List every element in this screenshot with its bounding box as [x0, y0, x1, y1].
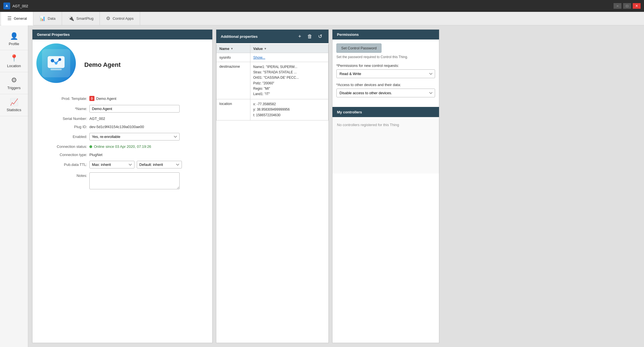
app-icon: A [3, 3, 10, 9]
sysinfo-link[interactable]: Show... [253, 55, 265, 60]
permissions-title: Permissions [337, 32, 359, 37]
refresh-properties-button[interactable]: ↺ [316, 32, 324, 40]
delete-property-button[interactable]: 🗑 [306, 32, 314, 40]
location-icon: 📍 [10, 54, 18, 62]
ttl-default-select[interactable]: Default: inherit Default: 1d Default: 7d [137, 161, 182, 168]
set-password-hint: Set the password required to Control thi… [336, 55, 435, 59]
access-select-wrap: Disable access to other devices. Enable … [336, 89, 435, 97]
enabled-row: Enabled: Yes, re-enrollable No Yes, not … [36, 133, 208, 140]
tab-smartplug[interactable]: 🔌 SmartPlug [62, 12, 100, 25]
controlapps-tab-label: Control Apps [113, 16, 133, 21]
ttl-max-select[interactable]: Max: inherit Max: 1d Max: 7d [89, 161, 134, 168]
new-control-select-wrap: Read & Write Read Only No Access [336, 69, 435, 78]
connection-type-label: Connection type: [36, 153, 87, 157]
tab-general[interactable]: ☰ General [1, 12, 33, 25]
pub-data-ttl-row: Pub.data TTL: Max: inherit Max: 1d Max: … [36, 161, 208, 168]
profile-icon: 👤 [10, 32, 18, 40]
my-controllers-header: My controllers [332, 107, 439, 117]
sidebar-triggers-label: Triggers [7, 86, 21, 90]
connection-status-value: Online since 03 Apr 2020, 07:19:26 [89, 144, 151, 149]
name-filter-icon[interactable]: ▼ [230, 47, 233, 50]
additional-properties-title: Additional properties [221, 34, 294, 39]
general-properties-body: Demo Agent Prod. Template: D Demo Agent … [32, 39, 212, 343]
enabled-select[interactable]: Yes, re-enrollable No Yes, not re-enroll… [89, 133, 180, 140]
titlebar: A AGT_002 − □ ✕ [0, 0, 644, 12]
serial-value: AGT_002 [89, 117, 105, 121]
general-tab-icon: ☰ [7, 16, 12, 21]
main-container: 👤 Profile 📍 Location ⚙ Triggers 📈 Statis… [0, 25, 644, 347]
smartplug-tab-label: SmartPlug [76, 16, 94, 21]
additional-properties-body: Name ▼ Value ▼ [216, 43, 328, 343]
additional-properties-panel: Additional properties + 🗑 ↺ Name ▼ [216, 29, 329, 343]
controlapps-tab-icon: ⚙ [106, 16, 110, 21]
plug-id-row: Plug ID: dev-5d1c9f43154c139a0100ae00 [36, 125, 208, 129]
window-title: AGT_002 [12, 4, 28, 8]
avatar-inner [42, 49, 70, 77]
name-label: *Name: [36, 107, 87, 111]
notes-input[interactable] [89, 172, 180, 189]
permissions-header: Permissions [332, 30, 439, 39]
close-button[interactable]: ✕ [633, 3, 641, 9]
statistics-icon: 📈 [10, 98, 18, 106]
status-text: Online since 03 Apr 2020, 07:19:26 [94, 144, 151, 149]
template-icon: D [89, 96, 94, 101]
svg-rect-6 [50, 69, 62, 70]
add-property-button[interactable]: + [296, 32, 304, 40]
value-filter-icon[interactable]: ▼ [264, 47, 267, 50]
name-row: *Name: [36, 105, 208, 113]
new-control-select[interactable]: Read & Write Read Only No Access [336, 69, 435, 78]
svg-point-5 [58, 58, 61, 61]
properties-table: Name ▼ Value ▼ [216, 44, 328, 120]
connection-type-row: Connection type: PlugNet [36, 153, 208, 157]
prod-template-name: Demo Agent [96, 96, 116, 101]
notes-row: Notes: [36, 172, 208, 189]
prop-name-sysinfo: sysinfo [217, 53, 250, 62]
prod-template-value: D Demo Agent [89, 96, 116, 101]
general-properties-panel: General Properties [32, 29, 213, 343]
connection-status-label: Connection status: [36, 144, 87, 149]
sidebar-profile-label: Profile [9, 42, 19, 46]
set-password-button[interactable]: Set Control Password [336, 43, 381, 53]
restore-button[interactable]: □ [623, 3, 631, 9]
enabled-label: Enabled: [36, 135, 87, 139]
data-tab-icon: 📊 [39, 16, 45, 21]
tab-controlapps[interactable]: ⚙ Control Apps [100, 12, 140, 25]
minimize-button[interactable]: − [614, 3, 621, 9]
tabbar: ☰ General 📊 Data 🔌 SmartPlug ⚙ Control A… [0, 12, 644, 25]
table-row: destinazione Name1: "IPERAL SUPERM... St… [217, 62, 328, 99]
sidebar-item-triggers[interactable]: ⚙ Triggers [0, 72, 28, 94]
connection-status-row: Connection status: Online since 03 Apr 2… [36, 144, 208, 149]
permissions-body: Set Control Password Set the password re… [332, 39, 439, 106]
prop-value-sysinfo: Show... [250, 53, 328, 62]
status-dot [89, 145, 92, 148]
additional-properties-header: Additional properties + 🗑 ↺ [216, 30, 328, 43]
prop-name-destinazione: destinazione [217, 62, 250, 99]
serial-label: Serial Number: [36, 117, 87, 121]
controllers-body: No controllers registered for this Thing [332, 117, 439, 174]
sidebar-item-profile[interactable]: 👤 Profile [0, 28, 28, 50]
general-properties-title: General Properties [37, 32, 70, 37]
sidebar-item-statistics[interactable]: 📈 Statistics [0, 94, 28, 116]
name-input[interactable] [89, 105, 180, 113]
col-value-header: Value ▼ [250, 45, 328, 53]
table-row: location x: -77.3588582 y: 38.9583094999… [217, 99, 328, 120]
prop-value-destinazione: Name1: "IPERAL SUPERM... Stras: "STRADA … [250, 62, 328, 99]
access-label: *Access to other devices and their data: [336, 83, 435, 87]
my-controllers-title: My controllers [337, 110, 362, 114]
prod-template-label: Prod. Template: [36, 96, 87, 101]
no-controllers-message: No controllers registered for this Thing [337, 123, 399, 127]
access-select[interactable]: Disable access to other devices. Enable … [336, 89, 435, 97]
permissions-panel: Permissions Set Control Password Set the… [332, 29, 439, 343]
svg-point-4 [55, 62, 58, 65]
ttl-row: Max: inherit Max: 1d Max: 7d Default: in… [89, 161, 182, 168]
plug-id-value: dev-5d1c9f43154c139a0100ae00 [89, 125, 144, 129]
notes-label: Notes: [36, 172, 87, 178]
tab-data[interactable]: 📊 Data [33, 12, 62, 25]
sidebar: 👤 Profile 📍 Location ⚙ Triggers 📈 Statis… [0, 25, 28, 347]
serial-row: Serial Number: AGT_002 [36, 117, 208, 121]
data-tab-label: Data [48, 16, 55, 21]
prop-value-location: x: -77.3588582 y: 38.958309499999956 t: … [250, 99, 328, 120]
sidebar-item-location[interactable]: 📍 Location [0, 50, 28, 72]
smartplug-tab-icon: 🔌 [68, 16, 74, 21]
col-name-header: Name ▼ [217, 45, 250, 53]
